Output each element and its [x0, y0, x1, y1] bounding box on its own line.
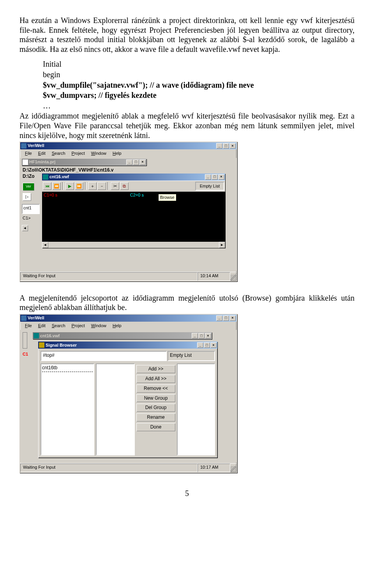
doc-icon [23, 159, 28, 165]
scroll-left-icon[interactable]: ◂ [42, 242, 48, 248]
group-list[interactable] [177, 363, 215, 455]
close-button[interactable]: × [229, 143, 236, 149]
path-line-1: D:\Zoli\OKTATAS\DIGHF_VW\HF1\cnt16.v [23, 167, 113, 173]
mdi-client: HF1minta.prj _ □ × D:\Zoli\OKTATAS\DIGHF… [20, 158, 236, 271]
maximize-button[interactable]: □ [212, 174, 218, 180]
menu-project[interactable]: Project [69, 322, 88, 329]
tool-first-icon[interactable]: ⏮ [43, 182, 51, 190]
statusbar: Waiting For Input 10:17 AM [20, 463, 236, 472]
paragraph-3: A megjelenítendő jelcsoportot az idődiag… [19, 293, 355, 312]
minimize-button[interactable]: _ [192, 333, 198, 338]
browser-icon [39, 342, 44, 348]
c1-stub: C1 [23, 352, 28, 357]
wave-title: cnt16.vwf [40, 333, 192, 339]
wave-title: cnt16.vwf [49, 174, 205, 180]
minimize-button[interactable]: _ [126, 159, 132, 165]
cursor-2-label: C2=0 s [130, 193, 144, 198]
paragraph-1: Ha ezután a Windows Explorerral ránézünk… [19, 16, 355, 54]
statusbar: Waiting For Input 10:14 AM [20, 272, 236, 281]
code-line-2: begin [43, 70, 355, 80]
app-title: VeriWell [28, 143, 216, 149]
group-label: Empty List [168, 351, 215, 361]
app-window-1: VeriWell _ □ × File Edit Search Project … [19, 142, 237, 282]
menu-file[interactable]: File [22, 322, 35, 329]
status-time: 10:14 AM [198, 272, 230, 281]
tree-item[interactable]: cnt16tb [42, 365, 93, 371]
resize-grip-icon[interactable] [230, 466, 236, 472]
wave-canvas[interactable] [42, 199, 225, 242]
menu-window[interactable]: Window [88, 150, 109, 157]
signal-browser-title: Signal Browser [46, 343, 197, 348]
menu-search[interactable]: Search [49, 322, 69, 329]
menu-file[interactable]: File [22, 150, 35, 157]
menubar: File Edit Search Project Window Help [20, 322, 236, 330]
app-window-2: VeriWell _ □ × File Edit Search Project … [19, 314, 237, 473]
resize-grip-icon[interactable] [230, 275, 236, 281]
tool-prev-icon[interactable]: ⏪ [52, 182, 61, 190]
done-button[interactable]: Done [136, 423, 175, 431]
menu-help[interactable]: Help [109, 150, 125, 157]
minimize-button[interactable]: _ [205, 174, 211, 180]
signal-browser-window[interactable]: Signal Browser _ □ × #top# Empty List cn… [38, 342, 217, 458]
app-title: VeriWell [28, 315, 216, 321]
wave-toolbar: ⏮ ⏪ ▶ ⏩ ＋ － ✂ ⧉ Empty List [42, 181, 225, 192]
maximize-button[interactable]: □ [223, 315, 229, 321]
del-group-button[interactable]: Del Group [136, 404, 175, 412]
wave-window[interactable]: cnt16.vwf _ □ × ⏮ ⏪ ▶ ⏩ ＋ － ✂ ⧉ [42, 174, 225, 248]
titlebar[interactable]: VeriWell _ □ × [20, 142, 236, 149]
tool-play-icon[interactable]: ▶ [65, 182, 74, 190]
status-text: Waiting For Input [20, 464, 198, 472]
titlebar[interactable]: VeriWell _ □ × [20, 315, 236, 322]
paragraph-2: Az idődiagrammot megjelenítő ablak a meg… [19, 111, 355, 140]
remove-button[interactable]: Remove << [136, 384, 175, 393]
close-button[interactable]: × [139, 159, 146, 165]
menu-project[interactable]: Project [69, 150, 88, 157]
play-icon[interactable]: ▷ [23, 193, 31, 201]
close-button[interactable]: × [229, 315, 236, 321]
maximize-button[interactable]: □ [133, 159, 139, 165]
scroll-right-icon[interactable]: ▸ [219, 242, 225, 248]
add-all-button[interactable]: Add All >> [136, 375, 175, 383]
menu-edit[interactable]: Edit [35, 322, 49, 329]
maximize-button[interactable]: □ [198, 333, 205, 338]
scope-field[interactable]: #top# [41, 351, 167, 361]
close-button[interactable]: × [205, 333, 211, 338]
wave-cursor-bar: C1=0 s C2=0 s [42, 192, 225, 199]
signal-list[interactable] [96, 363, 135, 455]
cnt-cell: cnt1 [22, 204, 40, 214]
menu-window[interactable]: Window [88, 322, 109, 329]
wave-icon [34, 333, 39, 338]
signal-list-label: Empty List [195, 182, 224, 191]
new-group-button[interactable]: New Group [136, 394, 175, 402]
maximize-button[interactable]: □ [204, 342, 210, 348]
app-icon [21, 143, 26, 149]
rename-button[interactable]: Rename [136, 413, 175, 422]
tool-zoom-in-icon[interactable]: ＋ [88, 182, 97, 190]
close-button[interactable]: × [218, 174, 224, 180]
menu-help[interactable]: Help [109, 322, 125, 329]
menu-edit[interactable]: Edit [35, 150, 49, 157]
status-text: Waiting For Input [20, 272, 198, 281]
ver-icon[interactable]: Ver [23, 183, 34, 191]
close-button[interactable]: × [210, 342, 217, 348]
maximize-button[interactable]: □ [223, 143, 229, 149]
code-line-1: Initial [43, 59, 355, 69]
tool-zoom-out-icon[interactable]: － [97, 182, 106, 190]
hierarchy-tree[interactable]: cnt16tb [41, 363, 94, 455]
project-window[interactable]: HF1minta.prj _ □ × [22, 159, 146, 166]
prompt-label: C1> [23, 216, 31, 221]
wave-window-bg[interactable]: cnt16.vwf _ □ × [33, 332, 212, 339]
page-number: 5 [19, 489, 355, 498]
tool-next-icon[interactable]: ⏩ [75, 182, 83, 190]
minimize-button[interactable]: _ [216, 143, 222, 149]
project-title: HF1minta.prj [29, 159, 126, 165]
minimize-button[interactable]: _ [216, 315, 222, 321]
app-icon [21, 315, 26, 321]
minimize-button[interactable]: _ [197, 342, 203, 348]
tool-cut-icon[interactable]: ✂ [111, 182, 119, 190]
tool-browse-icon[interactable]: ⧉ [120, 182, 129, 190]
scroll-left-icon[interactable]: ◂ [22, 225, 28, 231]
mdi-client: C1 cnt16.vwf _ □ × Signal Browser _ □ [20, 330, 236, 462]
add-button[interactable]: Add >> [136, 365, 175, 373]
menu-search[interactable]: Search [49, 150, 69, 157]
